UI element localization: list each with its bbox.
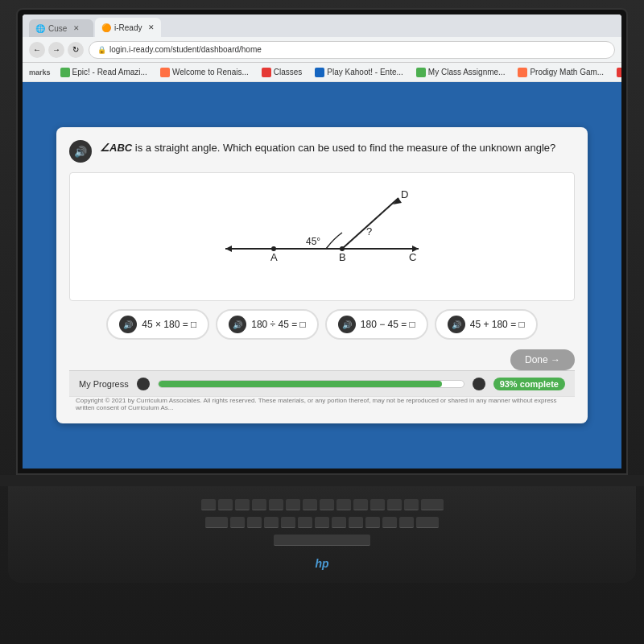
key[interactable] — [235, 499, 250, 510]
keyboard-row-3 — [274, 535, 370, 546]
key[interactable] — [247, 517, 262, 528]
answer-1-button[interactable]: 🔊 45 × 180 = □ — [106, 309, 209, 340]
bookmark-classes[interactable]: Classes — [258, 66, 306, 79]
svg-text:D: D — [401, 188, 408, 200]
tab-label-inactive: Cuse — [48, 24, 67, 33]
key[interactable] — [303, 499, 317, 510]
answer-choices: 🔊 45 × 180 = □ 🔊 180 ÷ 45 = □ — [69, 309, 575, 340]
quiz-card: 🔊 ∠ABC is a straight angle. Which equati… — [56, 127, 588, 423]
key[interactable] — [264, 517, 279, 528]
key[interactable] — [281, 517, 295, 528]
bookmark-prodigy[interactable]: Prodigy Math Gam... — [514, 66, 607, 79]
answer-2-text: 180 ÷ 45 = □ — [251, 319, 306, 330]
bookmark-icon-epic — [60, 68, 70, 77]
speaker-icon: 🔊 — [74, 146, 87, 158]
key[interactable] — [201, 499, 216, 510]
key[interactable] — [365, 517, 380, 528]
key[interactable] — [286, 499, 300, 510]
browser-window: 🌐 Cuse ✕ 🟠 i-Ready ✕ ← → ↻ 🔒 — [23, 14, 621, 469]
key[interactable] — [382, 517, 397, 528]
answer-2-button[interactable]: 🔊 180 ÷ 45 = □ — [216, 309, 319, 340]
address-bar[interactable]: 🔒 login.i-ready.com/student/dashboard/ho… — [89, 41, 615, 59]
lock-icon: 🔒 — [97, 46, 106, 54]
bookmark-label-prodigy: Prodigy Math Gam... — [530, 68, 604, 76]
keyboard-row-2 — [205, 517, 439, 528]
key[interactable] — [404, 499, 419, 510]
bookmark-epic[interactable]: Epic! - Read Amazi... — [57, 66, 151, 79]
progress-percent: 93% complete — [493, 378, 565, 390]
svg-text:?: ? — [366, 225, 372, 237]
answer-2-speaker[interactable]: 🔊 — [229, 316, 246, 333]
bookmark-icon-myclass — [416, 68, 426, 77]
key[interactable] — [252, 499, 266, 510]
done-button[interactable]: Done → — [510, 349, 575, 370]
answer-3-speaker[interactable]: 🔊 — [338, 316, 356, 333]
screen-bezel: 🌐 Cuse ✕ 🟠 i-Ready ✕ ← → ↻ 🔒 — [16, 8, 628, 475]
key[interactable] — [336, 499, 351, 510]
keyboard-area: hp — [8, 486, 636, 583]
forward-button[interactable]: → — [48, 42, 64, 58]
key-backspace[interactable] — [421, 499, 444, 510]
url-text: login.i-ready.com/student/dashboard/home — [109, 45, 262, 54]
bookmark-kahoot[interactable]: Play Kahoot! - Ente... — [312, 66, 407, 79]
key[interactable] — [298, 517, 312, 528]
bookmark-icon-classes — [262, 68, 271, 77]
address-bar-area: ← → ↻ 🔒 login.i-ready.com/student/dashbo… — [23, 37, 621, 63]
refresh-button[interactable]: ↻ — [68, 42, 84, 58]
bookmark-icon-renais — [160, 68, 170, 77]
svg-text:C: C — [409, 251, 416, 263]
key[interactable] — [349, 517, 363, 528]
answer-4-button[interactable]: 🔊 45 + 180 = □ — [435, 309, 538, 340]
bookmark-icon-prodigy — [518, 68, 527, 77]
key[interactable] — [269, 499, 283, 510]
key-enter[interactable] — [416, 517, 439, 528]
browser-content: 🔊 ∠ABC is a straight angle. Which equati… — [23, 82, 621, 469]
answer-4-speaker[interactable]: 🔊 — [448, 316, 465, 333]
progress-thumb-end — [473, 378, 485, 390]
key[interactable] — [399, 517, 414, 528]
laptop-shell: 🌐 Cuse ✕ 🟠 i-Ready ✕ ← → ↻ 🔒 — [0, 0, 644, 644]
nav-buttons: ← → ↻ — [29, 42, 84, 58]
keyboard-row-1 — [201, 499, 444, 510]
bookmarks-bar: marks Epic! - Read Amazi... Welcome to R… — [23, 63, 621, 82]
bookmark-seesaw[interactable]: Seesaw — [613, 66, 621, 79]
key-spacebar[interactable] — [274, 535, 370, 546]
tab-inactive[interactable]: 🌐 Cuse ✕ — [29, 19, 93, 37]
answer-1-speaker-icon: 🔊 — [123, 320, 133, 329]
diagram-area: A B C D 45° ? — [69, 172, 575, 301]
progress-label: My Progress — [79, 379, 129, 389]
back-button[interactable]: ← — [29, 42, 45, 58]
bookmark-label-myclass: My Class Assignme... — [428, 68, 506, 76]
bookmark-label-classes: Classes — [274, 68, 303, 76]
answer-1-speaker[interactable]: 🔊 — [119, 316, 137, 333]
key[interactable] — [218, 499, 233, 510]
copyright-text: Copyright © 2021 by Curriculum Associate… — [76, 397, 568, 411]
bookmarks-label: marks — [29, 68, 51, 76]
tab-close-icon[interactable]: ✕ — [73, 24, 80, 32]
tab-close-active-icon[interactable]: ✕ — [148, 23, 155, 31]
tab-active[interactable]: 🟠 i-Ready ✕ — [95, 18, 161, 37]
progress-thumb — [137, 378, 150, 390]
key[interactable] — [353, 499, 368, 510]
progress-track[interactable] — [158, 380, 464, 388]
tab-bar: 🌐 Cuse ✕ 🟠 i-Ready ✕ — [23, 14, 621, 37]
question-speaker-button[interactable]: 🔊 — [69, 140, 92, 163]
done-row: Done → — [69, 349, 575, 370]
bookmark-myclass[interactable]: My Class Assignme... — [413, 66, 509, 79]
bookmark-renais[interactable]: Welcome to Renais... — [157, 66, 252, 79]
key[interactable] — [370, 499, 385, 510]
answer-4-speaker-icon: 🔊 — [452, 320, 461, 329]
bookmark-label-epic: Epic! - Read Amazi... — [72, 68, 147, 76]
done-label: Done → — [525, 354, 560, 365]
laptop-hinge — [0, 475, 644, 486]
answer-3-speaker-icon: 🔊 — [342, 320, 352, 329]
key[interactable] — [320, 499, 334, 510]
answer-3-text: 180 − 45 = □ — [361, 319, 415, 330]
progress-area: My Progress 93% complete — [69, 370, 575, 396]
key[interactable] — [230, 517, 245, 528]
key-tab[interactable] — [205, 517, 228, 528]
key[interactable] — [315, 517, 329, 528]
key[interactable] — [332, 517, 346, 528]
key[interactable] — [387, 499, 402, 510]
answer-3-button[interactable]: 🔊 180 − 45 = □ — [325, 309, 428, 340]
